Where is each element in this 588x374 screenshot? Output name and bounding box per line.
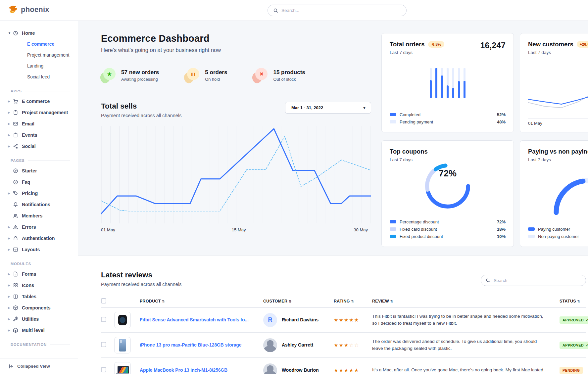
sidebar-item-components[interactable]: ▶ Components (0, 302, 78, 313)
sort-icon: ⇅ (390, 300, 393, 303)
product-link[interactable]: Apple MacBook Pro 13 inch-M1-8/256GB (140, 367, 227, 374)
caret-right-icon: ▶ (8, 111, 13, 114)
row-checkbox[interactable] (101, 317, 106, 322)
reviews-search-input[interactable] (494, 278, 581, 283)
caret-right-icon: ▶ (8, 272, 13, 276)
new-customers-card: New customers +26.5% Last 7 days 01 May (520, 33, 588, 132)
check-icon: ✓ (586, 318, 588, 322)
column-header-rating[interactable]: RATING⇅ (334, 295, 372, 307)
reviews-search[interactable] (481, 275, 586, 286)
caret-right-icon: ▶ (8, 329, 13, 332)
global-search-input[interactable] (281, 8, 401, 13)
sidebar-item-home[interactable]: ▼ Home (0, 27, 78, 39)
sidebar-item-layouts[interactable]: ▶ Layouts (0, 244, 78, 255)
sidebar-item-authentication[interactable]: ▶ Authentication (0, 233, 78, 244)
sidebar-item-errors[interactable]: ▶ Errors (0, 221, 78, 233)
status-badge: PENDING (560, 367, 583, 374)
stat-value: 5 orders (205, 69, 227, 76)
sidebar-item-multi-level[interactable]: ▶ Multi level (0, 325, 78, 336)
stat-caption: Awating processing (121, 77, 159, 82)
order-bar (447, 68, 449, 98)
total-sells-subtitle: Payment received across all channels (101, 113, 181, 118)
sidebar-item-e-commerce[interactable]: ▶ E commerce (0, 96, 78, 107)
change-badge: +26.5% (577, 41, 588, 48)
sidebar-item-social-feed[interactable]: Social feed (0, 71, 78, 82)
collapse-sidebar-button[interactable]: Collapsed View (0, 358, 78, 374)
sidebar-section-documentation: DOCUMENTATION (0, 336, 78, 349)
sidebar-section-pages: PAGES (0, 152, 78, 165)
sidebar-item-notifications[interactable]: Notifications (0, 199, 78, 210)
card-title: Top coupons (390, 148, 428, 155)
legend-item: Non-paying customer (528, 233, 588, 240)
sidebar-item-members[interactable]: Members (0, 210, 78, 221)
sidebar-item-e-commerce[interactable]: E commerce (0, 39, 78, 50)
paying-card: Paying vs non paying Last 7 days Paying … (520, 140, 588, 247)
sidebar-item-project-management[interactable]: ▶ Project management (0, 107, 78, 118)
column-header-status[interactable]: STATUS⇅ (560, 295, 586, 307)
app-root: phoenix ▼ Home E commerce Project manage… (0, 0, 588, 374)
product-image[interactable] (114, 362, 131, 374)
sidebar-section-modules: MODULES (0, 255, 78, 268)
x-icon: ✕ (253, 68, 268, 83)
sidebar-item-tables[interactable]: ▶ Tables (0, 291, 78, 302)
global-search[interactable] (268, 5, 407, 16)
product-link[interactable]: Fitbit Sense Advanced Smartwatch with To… (140, 317, 249, 323)
brand-logo[interactable]: phoenix (8, 5, 49, 15)
sidebar-item-landing[interactable]: Landing (0, 61, 78, 71)
kpi-cards-grid: Total orders -6.8% Last 7 days 16,247 Co… (381, 33, 588, 247)
axis-tick: 15 May (232, 227, 246, 232)
axis-tick: 01 May (101, 227, 115, 232)
column-header-review[interactable]: REVIEW⇅ (372, 295, 560, 307)
stat-value: 57 new orders (121, 69, 159, 76)
order-bar (452, 68, 455, 98)
share-icon (13, 144, 18, 149)
status-badge: APPROVED ✓ (560, 342, 588, 349)
stat-item: ❚❚ 5 orders On hold (185, 68, 227, 83)
column-header-product[interactable]: PRODUCT⇅ (140, 295, 263, 307)
collapse-arrow-icon (9, 364, 14, 369)
brand-name: phoenix (21, 5, 49, 14)
product-image[interactable] (114, 337, 131, 353)
search-icon (273, 8, 278, 13)
caret-right-icon: ▶ (8, 306, 13, 309)
sidebar-item-events[interactable]: ▶ Events (0, 129, 78, 141)
sidebar-item-email[interactable]: ▶ Email (0, 118, 78, 129)
pie-icon (13, 30, 18, 36)
product-link[interactable]: iPhone 13 pro max-Pacific Blue-128GB sto… (140, 342, 241, 349)
row-checkbox[interactable] (101, 367, 106, 372)
order-bar (464, 68, 466, 98)
caret-down-icon: ▼ (8, 31, 13, 35)
table-row: iPhone 13 pro max-Pacific Blue-128GB sto… (101, 333, 586, 358)
sidebar-item-utilities[interactable]: ▶ Utilities (0, 313, 78, 325)
product-image[interactable] (114, 312, 131, 328)
reviews-table: PRODUCT⇅ CUSTOMER⇅ RATING⇅ REVIEW⇅ STATU… (101, 295, 586, 374)
sidebar-item-forms[interactable]: ▶ Forms (0, 268, 78, 280)
bell-icon (13, 202, 18, 207)
sidebar-item-faq[interactable]: Faq (0, 176, 78, 188)
sidebar-item-project-management[interactable]: Project management (0, 50, 78, 61)
rating-stars: ★★★☆☆ (334, 342, 359, 348)
total-sells-title: Total sells (101, 102, 181, 111)
rating-stars: ★★★★★ (334, 317, 359, 323)
pause-icon: ❚❚ (185, 68, 199, 83)
sidebar-item-social[interactable]: ▶ Social (0, 141, 78, 152)
date-range-select[interactable]: Mar 1 - 31, 2022 ▼ (285, 102, 371, 114)
change-badge: -6.8% (428, 41, 444, 48)
caret-right-icon: ▶ (8, 284, 13, 287)
order-bar (458, 68, 460, 98)
select-all-checkbox[interactable] (101, 298, 106, 304)
customer-name: Woodrow Burton (282, 368, 319, 373)
dashboard-hero-section: Ecommerce Dashboard Here's what's going … (78, 21, 588, 256)
column-header-customer[interactable]: CUSTOMER⇅ (263, 295, 334, 307)
page-subtitle: Here's what's going on at your business … (101, 47, 371, 53)
legend-item: Fixed product discount10% (390, 233, 506, 240)
sort-icon: ⇅ (351, 300, 354, 303)
row-checkbox[interactable] (101, 342, 106, 347)
file-icon (13, 271, 18, 277)
review-text: This Fitbit is fantastic! I was trying t… (372, 313, 560, 327)
layout-icon (13, 247, 18, 252)
sidebar-item-pricing[interactable]: ▶ Pricing (0, 188, 78, 199)
paying-legend: Paying customer Non-paying customer (528, 225, 588, 240)
sidebar-item-icons[interactable]: ▶ Icons (0, 280, 78, 291)
sidebar-item-starter[interactable]: Starter (0, 165, 78, 176)
